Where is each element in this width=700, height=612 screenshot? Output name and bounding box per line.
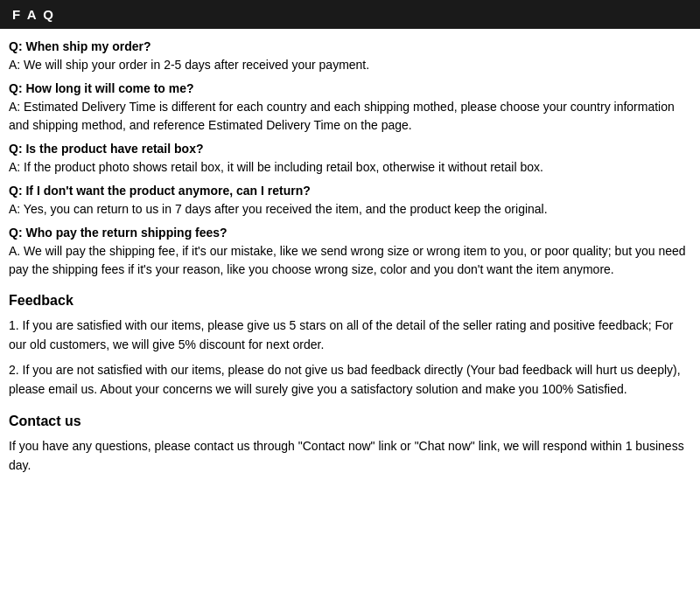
faq-answer: A. We will pay the shipping fee, if it's… xyxy=(9,242,691,279)
feedback-point: 2. If you are not satisfied with our ite… xyxy=(9,360,691,400)
faq-answer: A: Yes, you can return to us in 7 days a… xyxy=(9,200,691,219)
contact-section: Contact us If you have any questions, pl… xyxy=(9,414,691,476)
faq-header-bar: F A Q xyxy=(0,0,700,29)
main-content: Q: When ship my order?A: We will ship yo… xyxy=(0,38,700,489)
faq-item: Q: If I don't want the product anymore, … xyxy=(9,184,691,219)
faq-item: Q: Is the product have retail box?A: If … xyxy=(9,142,691,177)
faq-question: Q: When ship my order? xyxy=(9,39,691,53)
faq-answer: A: Estimated Delivery Time is different … xyxy=(9,98,691,135)
faq-item: Q: Who pay the return shipping fees?A. W… xyxy=(9,226,691,279)
feedback-title: Feedback xyxy=(9,293,691,309)
contact-title: Contact us xyxy=(9,414,691,429)
faq-answer: A: We will ship your order in 2-5 days a… xyxy=(9,56,691,74)
faq-item: Q: How long it will come to me?A: Estima… xyxy=(9,81,691,135)
contact-text: If you have any questions, please contac… xyxy=(9,436,691,476)
faq-answer: A: If the product photo shows retail box… xyxy=(9,158,691,177)
feedback-section: Feedback 1. If you are satisfied with ou… xyxy=(9,293,691,400)
faq-question: Q: Is the product have retail box? xyxy=(9,142,691,156)
feedback-point: 1. If you are satisfied with our items, … xyxy=(9,316,691,355)
faq-title: F A Q xyxy=(12,7,55,22)
faq-section: Q: When ship my order?A: We will ship yo… xyxy=(9,39,691,279)
faq-question: Q: How long it will come to me? xyxy=(9,81,691,95)
faq-item: Q: When ship my order?A: We will ship yo… xyxy=(9,39,691,74)
faq-question: Q: If I don't want the product anymore, … xyxy=(9,184,691,198)
faq-question: Q: Who pay the return shipping fees? xyxy=(9,226,691,240)
